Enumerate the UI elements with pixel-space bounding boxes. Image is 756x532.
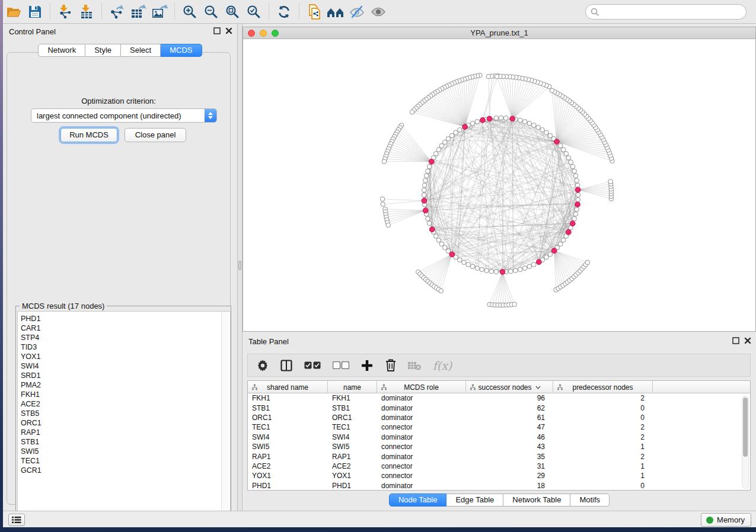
network-node[interactable] (427, 164, 432, 169)
tab-mcds[interactable]: MCDS (161, 44, 202, 57)
network-node[interactable] (458, 127, 462, 132)
network-node[interactable] (575, 178, 579, 183)
network-node[interactable] (466, 262, 471, 267)
network-node[interactable] (570, 164, 575, 169)
network-node[interactable] (424, 174, 429, 178)
network-node[interactable] (436, 238, 441, 243)
mcds-result-item[interactable]: PMA2 (21, 380, 230, 390)
deselect-all-button[interactable] (331, 357, 351, 374)
import-network-button[interactable] (55, 2, 76, 21)
network-node[interactable] (532, 262, 537, 267)
network-node[interactable] (470, 121, 475, 126)
network-node[interactable] (527, 264, 532, 269)
first-neighbors-button[interactable] (325, 2, 346, 21)
network-node[interactable] (585, 260, 590, 265)
table-row[interactable]: YOX1YOX1connector291 (248, 471, 750, 480)
network-node[interactable] (558, 143, 563, 148)
mcds-result-item[interactable]: STB5 (21, 409, 230, 418)
network-node[interactable] (548, 133, 553, 138)
zoom-in-button[interactable] (179, 2, 200, 21)
network-node[interactable] (494, 116, 499, 120)
network-node[interactable] (569, 160, 573, 165)
column-header-predecessor-nodes[interactable]: predecessor nodes (553, 381, 653, 393)
table-row[interactable]: STB1STB1dominator620 (248, 403, 750, 412)
network-node[interactable] (536, 125, 541, 130)
network-node[interactable] (540, 127, 545, 132)
function-builder-button[interactable]: f(x) (430, 357, 454, 374)
network-node[interactable] (573, 212, 578, 217)
column-header-successor-nodes[interactable]: successor nodes (466, 381, 553, 393)
tab-edge-table[interactable]: Edge Table (446, 493, 503, 507)
network-node[interactable] (495, 74, 499, 79)
memory-button[interactable]: Memory (701, 513, 751, 527)
network-node[interactable] (518, 118, 523, 123)
search-input[interactable] (599, 8, 746, 17)
network-node[interactable] (561, 238, 566, 243)
mcds-result-item[interactable]: SWI4 (21, 361, 230, 371)
network-node[interactable] (442, 140, 447, 145)
mcds-hub-node[interactable] (554, 139, 560, 145)
network-node[interactable] (548, 252, 553, 257)
column-header-shared-name[interactable]: shared name (248, 381, 328, 393)
import-table-button[interactable] (76, 2, 97, 21)
network-node[interactable] (439, 289, 444, 293)
tab-motifs[interactable]: Motifs (570, 493, 610, 507)
tab-network-table[interactable]: Network Table (503, 493, 570, 507)
network-node[interactable] (522, 120, 527, 124)
mcds-result-item[interactable]: CAR1 (21, 323, 230, 333)
network-node[interactable] (527, 121, 532, 126)
zoom-selected-button[interactable] (243, 2, 264, 21)
mcds-list-scrollbar[interactable] (221, 312, 229, 524)
network-graph[interactable] (243, 39, 755, 331)
close-panel-icon[interactable] (744, 337, 751, 344)
export-network-button[interactable] (106, 2, 127, 21)
table-row[interactable]: RAP1RAP1dominator352 (248, 451, 750, 461)
column-header-name[interactable]: name (328, 381, 377, 393)
tab-network[interactable]: Network (38, 44, 85, 57)
mcds-hub-node[interactable] (422, 198, 427, 203)
network-node[interactable] (381, 202, 385, 207)
mcds-hub-node[interactable] (510, 116, 515, 121)
zoom-fit-button[interactable] (222, 2, 243, 21)
open-file-button[interactable] (3, 2, 24, 21)
table-row[interactable]: SWI5SWI5connector431 (248, 442, 750, 451)
save-session-button[interactable] (24, 2, 46, 21)
network-node[interactable] (475, 120, 480, 124)
network-node[interactable] (550, 88, 554, 93)
network-node[interactable] (484, 268, 489, 273)
table-row[interactable]: TEC1TEC1connector472 (248, 422, 750, 432)
mcds-result-item[interactable]: FKH1 (21, 390, 230, 399)
network-node[interactable] (512, 302, 517, 307)
network-node[interactable] (575, 183, 580, 188)
table-scrollbar[interactable] (742, 396, 749, 489)
network-node[interactable] (439, 242, 444, 246)
close-panel-button[interactable]: Close panel (125, 128, 186, 142)
network-node[interactable] (522, 266, 527, 271)
toggle-columns-button[interactable] (279, 357, 294, 374)
network-node[interactable] (566, 156, 571, 161)
search-box[interactable] (585, 4, 747, 20)
network-node[interactable] (508, 269, 513, 274)
mcds-result-item[interactable]: TID3 (21, 342, 230, 352)
task-history-button[interactable] (8, 514, 25, 526)
mcds-result-item[interactable]: STP4 (21, 333, 230, 342)
network-node[interactable] (446, 136, 451, 141)
network-node[interactable] (426, 216, 430, 221)
network-node[interactable] (561, 148, 566, 152)
network-node[interactable] (499, 116, 503, 120)
tab-node-table[interactable]: Node Table (389, 493, 447, 507)
table-row[interactable]: SWI4SWI4dominator462 (248, 432, 750, 442)
network-node[interactable] (433, 152, 438, 156)
network-node[interactable] (422, 193, 426, 197)
network-node[interactable] (382, 159, 387, 164)
network-node[interactable] (572, 169, 577, 174)
tab-select[interactable]: Select (121, 44, 161, 57)
mcds-hub-node[interactable] (500, 270, 505, 275)
mcds-hub-node[interactable] (570, 221, 575, 226)
network-node[interactable] (486, 74, 491, 79)
delete-column-button[interactable] (383, 357, 398, 374)
tab-style[interactable]: Style (85, 44, 121, 57)
table-row[interactable]: ACE2ACE2connector311 (248, 462, 750, 471)
network-node[interactable] (564, 152, 569, 156)
table-row[interactable]: PHD1PHD1dominator180 (248, 481, 750, 491)
